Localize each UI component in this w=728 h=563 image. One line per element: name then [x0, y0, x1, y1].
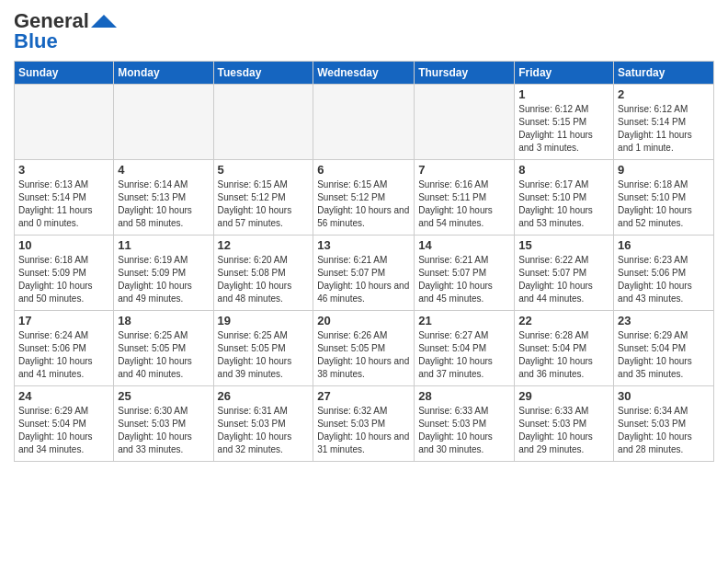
- day-info: Sunrise: 6:25 AMSunset: 5:05 PMDaylight:…: [118, 329, 209, 381]
- col-header-sunday: Sunday: [15, 62, 114, 85]
- col-header-wednesday: Wednesday: [313, 62, 415, 85]
- calendar-cell: 10Sunrise: 6:18 AMSunset: 5:09 PMDayligh…: [15, 236, 114, 311]
- calendar-cell: [114, 85, 213, 160]
- day-info: Sunrise: 6:27 AMSunset: 5:04 PMDaylight:…: [418, 329, 510, 381]
- calendar-cell: 12Sunrise: 6:20 AMSunset: 5:08 PMDayligh…: [213, 236, 313, 311]
- day-number: 29: [518, 389, 609, 403]
- day-number: 8: [518, 163, 609, 177]
- page: General Blue SundayMondayTuesdayWednesda…: [0, 0, 728, 471]
- day-number: 17: [18, 314, 109, 327]
- calendar-cell: 21Sunrise: 6:27 AMSunset: 5:04 PMDayligh…: [415, 311, 515, 386]
- calendar-cell: 3Sunrise: 6:13 AMSunset: 5:14 PMDaylight…: [15, 160, 114, 236]
- calendar-cell: 25Sunrise: 6:30 AMSunset: 5:03 PMDayligh…: [114, 386, 213, 462]
- day-number: 13: [317, 238, 410, 252]
- week-row-3: 17Sunrise: 6:24 AMSunset: 5:06 PMDayligh…: [15, 311, 714, 386]
- calendar-cell: 30Sunrise: 6:34 AMSunset: 5:03 PMDayligh…: [614, 386, 714, 462]
- day-info: Sunrise: 6:29 AMSunset: 5:04 PMDaylight:…: [18, 405, 109, 456]
- day-number: 9: [618, 163, 710, 177]
- week-row-1: 3Sunrise: 6:13 AMSunset: 5:14 PMDaylight…: [15, 160, 714, 236]
- calendar-table: SundayMondayTuesdayWednesdayThursdayFrid…: [14, 61, 714, 462]
- day-info: Sunrise: 6:34 AMSunset: 5:03 PMDaylight:…: [618, 405, 710, 456]
- calendar-cell: 27Sunrise: 6:32 AMSunset: 5:03 PMDayligh…: [313, 386, 415, 462]
- day-info: Sunrise: 6:25 AMSunset: 5:05 PMDaylight:…: [218, 329, 310, 381]
- calendar-cell: 7Sunrise: 6:16 AMSunset: 5:11 PMDaylight…: [415, 160, 515, 236]
- day-info: Sunrise: 6:31 AMSunset: 5:03 PMDaylight:…: [218, 405, 310, 456]
- day-info: Sunrise: 6:24 AMSunset: 5:06 PMDaylight:…: [18, 329, 109, 381]
- calendar-cell: 23Sunrise: 6:29 AMSunset: 5:04 PMDayligh…: [614, 311, 714, 386]
- day-info: Sunrise: 6:18 AMSunset: 5:09 PMDaylight:…: [18, 254, 109, 305]
- calendar-cell: 15Sunrise: 6:22 AMSunset: 5:07 PMDayligh…: [515, 236, 614, 311]
- day-number: 15: [518, 238, 609, 252]
- day-info: Sunrise: 6:18 AMSunset: 5:10 PMDaylight:…: [618, 178, 710, 230]
- day-number: 12: [218, 238, 310, 252]
- logo-icon: [91, 15, 117, 28]
- day-info: Sunrise: 6:33 AMSunset: 5:03 PMDaylight:…: [418, 405, 510, 456]
- calendar-cell: [213, 85, 313, 160]
- day-info: Sunrise: 6:20 AMSunset: 5:08 PMDaylight:…: [218, 254, 310, 305]
- day-number: 4: [118, 163, 209, 177]
- day-info: Sunrise: 6:21 AMSunset: 5:07 PMDaylight:…: [317, 254, 410, 305]
- day-info: Sunrise: 6:17 AMSunset: 5:10 PMDaylight:…: [518, 178, 609, 230]
- day-number: 2: [618, 87, 710, 101]
- logo: General Blue: [14, 9, 117, 53]
- calendar-cell: 11Sunrise: 6:19 AMSunset: 5:09 PMDayligh…: [114, 236, 213, 311]
- calendar-cell: 22Sunrise: 6:28 AMSunset: 5:04 PMDayligh…: [515, 311, 614, 386]
- week-row-4: 24Sunrise: 6:29 AMSunset: 5:04 PMDayligh…: [15, 386, 714, 462]
- day-info: Sunrise: 6:28 AMSunset: 5:04 PMDaylight:…: [518, 329, 609, 381]
- calendar-cell: 2Sunrise: 6:12 AMSunset: 5:14 PMDaylight…: [614, 85, 714, 160]
- day-info: Sunrise: 6:16 AMSunset: 5:11 PMDaylight:…: [418, 178, 510, 230]
- day-info: Sunrise: 6:14 AMSunset: 5:13 PMDaylight:…: [118, 178, 209, 230]
- day-number: 14: [418, 238, 510, 252]
- day-info: Sunrise: 6:12 AMSunset: 5:15 PMDaylight:…: [518, 103, 609, 155]
- header: General Blue: [14, 9, 714, 53]
- calendar-cell: [15, 85, 114, 160]
- calendar-cell: 19Sunrise: 6:25 AMSunset: 5:05 PMDayligh…: [213, 311, 313, 386]
- day-number: 10: [18, 238, 109, 252]
- day-number: 28: [418, 389, 510, 403]
- calendar-cell: 28Sunrise: 6:33 AMSunset: 5:03 PMDayligh…: [415, 386, 515, 462]
- day-info: Sunrise: 6:12 AMSunset: 5:14 PMDaylight:…: [618, 103, 710, 155]
- calendar-cell: 20Sunrise: 6:26 AMSunset: 5:05 PMDayligh…: [313, 311, 415, 386]
- day-info: Sunrise: 6:13 AMSunset: 5:14 PMDaylight:…: [18, 178, 109, 230]
- calendar-cell: [415, 85, 515, 160]
- day-number: 11: [118, 238, 209, 252]
- day-number: 25: [118, 389, 209, 403]
- day-number: 20: [317, 314, 410, 327]
- day-number: 21: [418, 314, 510, 327]
- day-info: Sunrise: 6:15 AMSunset: 5:12 PMDaylight:…: [218, 178, 310, 230]
- week-row-0: 1Sunrise: 6:12 AMSunset: 5:15 PMDaylight…: [15, 85, 714, 160]
- day-number: 19: [218, 314, 310, 327]
- day-info: Sunrise: 6:22 AMSunset: 5:07 PMDaylight:…: [518, 254, 609, 305]
- day-info: Sunrise: 6:30 AMSunset: 5:03 PMDaylight:…: [118, 405, 209, 456]
- logo-blue: Blue: [14, 29, 58, 53]
- day-info: Sunrise: 6:26 AMSunset: 5:05 PMDaylight:…: [317, 329, 410, 381]
- day-info: Sunrise: 6:32 AMSunset: 5:03 PMDaylight:…: [317, 405, 410, 456]
- calendar-cell: 1Sunrise: 6:12 AMSunset: 5:15 PMDaylight…: [515, 85, 614, 160]
- col-header-friday: Friday: [515, 62, 614, 85]
- day-number: 23: [618, 314, 710, 327]
- day-number: 5: [218, 163, 310, 177]
- day-info: Sunrise: 6:23 AMSunset: 5:06 PMDaylight:…: [618, 254, 710, 305]
- day-number: 30: [618, 389, 710, 403]
- calendar-cell: 9Sunrise: 6:18 AMSunset: 5:10 PMDaylight…: [614, 160, 714, 236]
- calendar-cell: 5Sunrise: 6:15 AMSunset: 5:12 PMDaylight…: [213, 160, 313, 236]
- calendar-cell: 16Sunrise: 6:23 AMSunset: 5:06 PMDayligh…: [614, 236, 714, 311]
- calendar-cell: 13Sunrise: 6:21 AMSunset: 5:07 PMDayligh…: [313, 236, 415, 311]
- calendar-cell: 14Sunrise: 6:21 AMSunset: 5:07 PMDayligh…: [415, 236, 515, 311]
- col-header-thursday: Thursday: [415, 62, 515, 85]
- calendar-cell: 17Sunrise: 6:24 AMSunset: 5:06 PMDayligh…: [15, 311, 114, 386]
- week-row-2: 10Sunrise: 6:18 AMSunset: 5:09 PMDayligh…: [15, 236, 714, 311]
- calendar-cell: 26Sunrise: 6:31 AMSunset: 5:03 PMDayligh…: [213, 386, 313, 462]
- day-number: 22: [518, 314, 609, 327]
- day-info: Sunrise: 6:19 AMSunset: 5:09 PMDaylight:…: [118, 254, 209, 305]
- day-info: Sunrise: 6:29 AMSunset: 5:04 PMDaylight:…: [618, 329, 710, 381]
- col-header-tuesday: Tuesday: [213, 62, 313, 85]
- day-info: Sunrise: 6:15 AMSunset: 5:12 PMDaylight:…: [317, 178, 410, 230]
- day-number: 6: [317, 163, 410, 177]
- day-info: Sunrise: 6:21 AMSunset: 5:07 PMDaylight:…: [418, 254, 510, 305]
- day-number: 18: [118, 314, 209, 327]
- day-number: 1: [518, 87, 609, 101]
- calendar-cell: [313, 85, 415, 160]
- calendar-cell: 24Sunrise: 6:29 AMSunset: 5:04 PMDayligh…: [15, 386, 114, 462]
- calendar-cell: 18Sunrise: 6:25 AMSunset: 5:05 PMDayligh…: [114, 311, 213, 386]
